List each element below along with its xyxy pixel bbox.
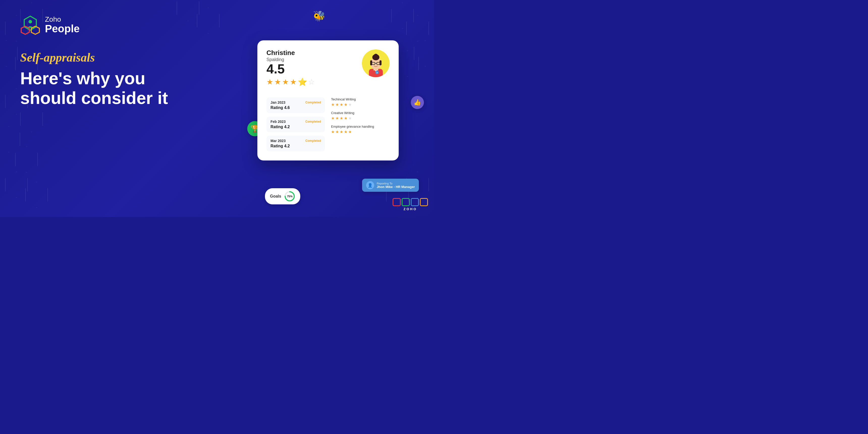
left-section: Zoho People Self-appraisals Here's why y…	[20, 15, 197, 108]
right-section: 🐝 🏆 👍 Christine Spalding 4.5 ★ ★ ★ ★ ⭐	[242, 10, 419, 207]
profile-card: Christine Spalding 4.5 ★ ★ ★ ★ ⭐ ☆	[257, 40, 399, 160]
logo-people: People	[45, 23, 80, 35]
svg-point-8	[374, 54, 378, 58]
zoho-sq-blue	[411, 198, 419, 206]
skill-technical-writing: Techincal Writing ★ ★ ★ ★ ★	[331, 97, 390, 107]
zoho-sq-green	[402, 198, 410, 206]
appraisal-jan: Jan 2023 Completed Rating 4.6	[267, 97, 325, 113]
card-body: Jan 2023 Completed Rating 4.6 Feb 2023 C…	[267, 97, 390, 151]
zoho-squares	[393, 198, 428, 206]
appraisal-jan-header: Jan 2023 Completed	[271, 100, 321, 104]
skill-grievance-handling: Employee grievance handling ★ ★ ★ ★ ★	[331, 125, 390, 134]
goals-ring: 75%	[284, 191, 295, 202]
skills-section: Techincal Writing ★ ★ ★ ★ ★ Creative Wri…	[331, 97, 390, 151]
appraisal-jan-month: Jan 2023	[271, 100, 285, 104]
goals-badge: Goals 75%	[265, 188, 300, 205]
overall-rating: 4.5	[267, 62, 315, 75]
zoho-bottom-text: ZOHO	[403, 207, 417, 211]
appraisal-list: Jan 2023 Completed Rating 4.6 Feb 2023 C…	[267, 97, 325, 151]
zoho-people-logo-icon	[20, 15, 40, 35]
goals-percent: 75%	[287, 195, 292, 198]
avatar-wrap: ★	[362, 50, 390, 77]
skill-creative-writing-stars: ★ ★ ★ ★ ★	[331, 116, 390, 121]
appraisal-feb-rating: Rating 4.2	[271, 125, 321, 129]
card-header: Christine Spalding 4.5 ★ ★ ★ ★ ⭐ ☆	[267, 50, 390, 92]
card-name-section: Christine Spalding 4.5 ★ ★ ★ ★ ⭐ ☆	[267, 50, 315, 92]
skill-technical-writing-stars: ★ ★ ★ ★ ★	[331, 102, 390, 107]
zoho-logo-bottom: ZOHO	[393, 198, 428, 211]
appraisal-mar: Mar 2023 Completed Rating 4.2	[267, 136, 325, 151]
appraisal-feb-month: Feb 2023	[271, 120, 286, 124]
reporting-text: Reporting To Jhon Mike - HR Manager	[377, 182, 415, 189]
logo-text: Zoho People	[45, 16, 80, 35]
rating-stars: ★ ★ ★ ★ ⭐ ☆	[267, 78, 315, 86]
skill-creative-writing-name: Creative Writing	[331, 111, 390, 115]
appraisal-jan-rating: Rating 4.6	[271, 105, 321, 110]
svg-point-1	[29, 20, 32, 24]
reporting-label: Reporting To	[377, 182, 415, 185]
svg-text:★: ★	[376, 72, 378, 74]
appraisal-jan-status: Completed	[305, 101, 321, 104]
tagline-line1: Here's why you	[20, 69, 145, 88]
reporting-name: Jhon Mike - HR Manager	[377, 185, 415, 189]
appraisal-feb: Feb 2023 Completed Rating 4.2	[267, 117, 325, 132]
star-2: ★	[274, 78, 281, 86]
skill-grievance-handling-stars: ★ ★ ★ ★ ★	[331, 129, 390, 134]
goals-label: Goals	[270, 194, 281, 198]
appraisal-mar-status: Completed	[305, 139, 321, 143]
reporting-avatar: 👤	[366, 181, 374, 189]
star-4: ★	[290, 78, 297, 86]
appraisal-feb-header: Feb 2023 Completed	[271, 120, 321, 124]
skill-grievance-handling-name: Employee grievance handling	[331, 125, 390, 128]
star-3: ★	[282, 78, 289, 86]
avatar-bg: ★	[362, 50, 390, 77]
appraisal-feb-status: Completed	[305, 120, 321, 123]
appraisal-mar-rating: Rating 4.2	[271, 144, 321, 148]
star-6: ☆	[308, 78, 315, 86]
skill-creative-writing: Creative Writing ★ ★ ★ ★ ★	[331, 111, 390, 121]
bee-icon: 🐝	[313, 10, 326, 22]
star-5: ⭐	[298, 78, 307, 86]
avatar-figure: ★	[364, 53, 388, 77]
tagline-main: Here's why you should consider it	[20, 68, 197, 108]
zoho-sq-red	[393, 198, 401, 206]
reporting-badge: 👤 Reporting To Jhon Mike - HR Manager	[362, 179, 419, 192]
skill-technical-writing-name: Techincal Writing	[331, 97, 390, 101]
logo-zoho: Zoho	[45, 16, 80, 23]
star-1: ★	[267, 78, 273, 86]
appraisal-mar-header: Mar 2023 Completed	[271, 139, 321, 143]
logo-area: Zoho People	[20, 15, 197, 35]
tagline-script: Self-appraisals	[20, 51, 197, 64]
card-first-name: Christine	[267, 50, 315, 56]
thumbsup-icon: 👍	[411, 96, 424, 109]
background: Zoho People Self-appraisals Here's why y…	[0, 0, 434, 217]
appraisal-mar-month: Mar 2023	[271, 139, 286, 143]
tagline-line2: should consider it	[20, 88, 168, 107]
zoho-sq-orange	[420, 198, 428, 206]
